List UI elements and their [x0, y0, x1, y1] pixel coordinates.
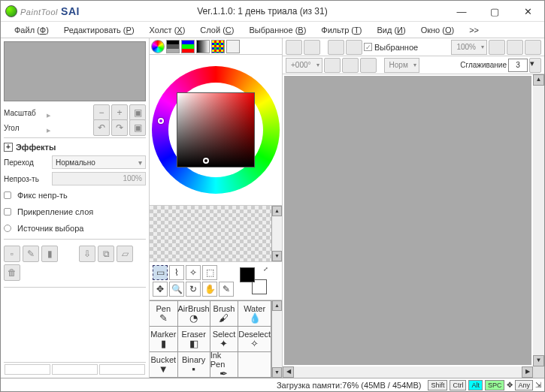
scratchpad-tab[interactable] — [226, 40, 240, 53]
layer-list[interactable] — [4, 287, 146, 363]
fix-opacity-checkbox[interactable] — [4, 191, 11, 199]
smoothing-dropdown-button[interactable]: ▾ — [529, 58, 541, 73]
clip-layer-checkbox[interactable] — [4, 208, 11, 216]
zoom-tool[interactable]: 🔍 — [169, 282, 184, 297]
swatches-tab[interactable] — [211, 40, 225, 53]
brush-airbrush[interactable]: AirBrush◔ — [178, 301, 210, 327]
rect-select-tool[interactable]: ▭ — [153, 265, 168, 280]
hsv-sliders-tab[interactable] — [181, 40, 195, 53]
brush-bucket[interactable]: Bucket▼ — [150, 352, 178, 378]
zoom-reset-button[interactable]: ▣ — [129, 104, 146, 121]
swatch-scrollbar[interactable]: ▲▼ — [271, 206, 282, 261]
zoom-in-button[interactable]: + — [111, 104, 128, 121]
menu-more[interactable]: >> — [462, 23, 486, 37]
effects-header[interactable]: + Эффекты — [4, 141, 146, 153]
menu-edit[interactable]: Редактировать (Р) — [56, 23, 142, 37]
rotate-reset-button[interactable]: ▣ — [129, 119, 146, 136]
expand-icon: + — [4, 143, 13, 152]
saturation-value-box[interactable] — [177, 92, 255, 167]
move-selection-tool[interactable]: ⬚ — [202, 265, 217, 280]
show-selection-checkbox[interactable]: ✓Выбранное — [364, 43, 418, 52]
rot-ccw-btn[interactable] — [324, 58, 341, 73]
undo-button[interactable] — [286, 40, 302, 55]
statusbar: Загрузка памяти:76% (45MB / 454MB) Shift… — [1, 378, 544, 391]
brush-scrollbar[interactable]: ▲▼ — [271, 300, 282, 378]
brush-select[interactable]: Select✦ — [210, 327, 239, 352]
lasso-tool[interactable]: ⌇ — [169, 265, 184, 280]
delete-layer-button[interactable]: 🗑 — [4, 264, 20, 281]
menu-view[interactable]: Вид (И) — [369, 23, 413, 37]
app-logo-icon — [5, 5, 17, 17]
new-vector-layer-button[interactable]: ✎ — [23, 246, 39, 262]
rotation-combo[interactable]: +000° — [286, 58, 322, 73]
brush-water[interactable]: Water💧 — [238, 301, 271, 327]
minimize-button[interactable]: — — [445, 1, 478, 22]
flip-combo[interactable]: Норм — [384, 58, 419, 73]
hue-handle-icon[interactable] — [158, 118, 164, 124]
brush-binary[interactable]: Binary▪ — [178, 352, 210, 378]
opacity-field[interactable]: 100% — [52, 172, 146, 185]
brush-eraser[interactable]: Eraser◧ — [178, 327, 210, 352]
menubar: Файл (Ф) Редактировать (Р) Холст (Х) Сло… — [1, 22, 544, 38]
menu-select[interactable]: Выбранное (В) — [241, 23, 313, 37]
maximize-button[interactable]: ▢ — [478, 1, 511, 22]
canvas[interactable] — [284, 76, 531, 365]
swap-colors-icon[interactable]: ⤢ — [263, 266, 268, 273]
scale-label: Масштаб — [4, 109, 45, 117]
brush-marker[interactable]: Marker▮ — [150, 327, 178, 352]
scale-indicator-icon — [47, 110, 53, 116]
brush-deselect[interactable]: Deselect✧ — [238, 327, 271, 352]
zoom-fit-btn[interactable] — [525, 40, 541, 55]
smoothing-input[interactable]: 3 — [508, 59, 528, 72]
menu-layer[interactable]: Слой (С) — [192, 23, 241, 37]
transfer-layer-button[interactable]: ⇩ — [79, 246, 95, 262]
brush-ink-pen[interactable]: Ink Pen✒ — [210, 352, 239, 378]
ctrl-indicator: Ctrl — [450, 380, 466, 390]
eyedropper-tool[interactable]: ✎ — [219, 282, 234, 297]
clear-layer-button[interactable]: ▱ — [117, 246, 133, 262]
menu-filter[interactable]: Фильтр (Т) — [313, 23, 369, 37]
rotate-tool[interactable]: ↻ — [186, 282, 201, 297]
close-button[interactable]: ✕ — [511, 1, 544, 22]
foreground-color-swatch[interactable] — [240, 267, 255, 282]
menu-window[interactable]: Окно (О) — [413, 23, 462, 37]
hand-tool[interactable]: ✋ — [202, 282, 217, 297]
color-wheel-tab[interactable] — [151, 40, 165, 53]
memory-status: Загрузка памяти:76% (45MB / 454MB) — [4, 381, 425, 390]
zoom-out-button[interactable]: − — [93, 104, 110, 121]
menu-canvas[interactable]: Холст (Х) — [142, 23, 193, 37]
swatch-grid[interactable] — [150, 206, 271, 261]
new-layer-button[interactable]: ▫ — [4, 246, 20, 262]
angle-label: Угол — [4, 124, 45, 132]
canvas-panel: ✓Выбранное 100% +000° Норм Сглаживание 3… — [283, 38, 544, 378]
redo-button[interactable] — [304, 40, 320, 55]
rot-cw-btn[interactable] — [342, 58, 359, 73]
blend-label: Переход — [4, 158, 49, 167]
zoom-out-btn[interactable] — [489, 40, 505, 55]
zoom-combo[interactable]: 100% — [451, 40, 487, 55]
rot-reset-btn[interactable] — [360, 58, 377, 73]
grayscale-tab[interactable] — [196, 40, 210, 53]
zoom-in-btn[interactable] — [507, 40, 523, 55]
vertical-scrollbar[interactable]: ▲▼ — [533, 74, 544, 366]
horizontal-scrollbar[interactable]: ◀▶ — [283, 366, 544, 378]
new-folder-button[interactable]: ▮ — [41, 246, 58, 262]
navigator-thumbnail[interactable] — [4, 41, 146, 101]
brush-brush[interactable]: Brush🖌 — [210, 301, 239, 327]
hue-ring[interactable] — [152, 66, 280, 194]
angle-indicator-icon — [47, 125, 53, 131]
blend-mode-select[interactable]: Нормально — [52, 155, 146, 169]
menu-file[interactable]: Файл (Ф) — [7, 23, 56, 37]
sv-handle-icon[interactable] — [203, 158, 209, 164]
move-tool[interactable]: ✥ — [153, 282, 168, 297]
rgb-sliders-tab[interactable] — [166, 40, 180, 53]
deselect-button[interactable] — [328, 40, 344, 55]
brush-pen[interactable]: Pen✎ — [150, 301, 178, 327]
rotate-cw-button[interactable]: ↷ — [111, 119, 128, 136]
rotate-ccw-button[interactable]: ↶ — [93, 119, 110, 136]
select-source-radio[interactable] — [4, 225, 11, 232]
magic-wand-tool[interactable]: ✧ — [186, 265, 201, 280]
invert-select-button[interactable] — [346, 40, 362, 55]
merge-layer-button[interactable]: ⧉ — [98, 246, 114, 262]
color-swatches[interactable]: ⤢ — [240, 267, 267, 294]
